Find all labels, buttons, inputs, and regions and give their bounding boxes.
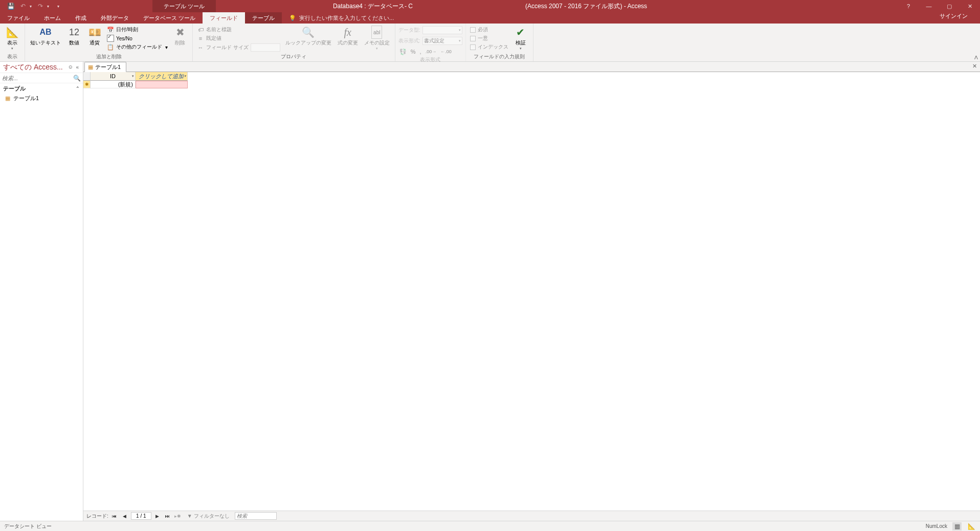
nav-group-tables[interactable]: テーブル ⌃ bbox=[0, 83, 83, 94]
validation-button[interactable]: ✔ 検証 ▾ bbox=[511, 25, 530, 52]
qat-customize-icon[interactable]: ▾ bbox=[57, 4, 59, 9]
document-tabs: ▦ テーブル1 ✕ bbox=[83, 62, 980, 72]
currency-button[interactable]: 💴 通貨 bbox=[85, 25, 104, 47]
design-view-button[interactable]: 📐 bbox=[967, 522, 976, 530]
modify-expression-button: fx 式の変更 bbox=[336, 25, 360, 47]
tab-create[interactable]: 作成 bbox=[68, 12, 94, 24]
field-size-input bbox=[251, 43, 280, 52]
validation-icon: ✔ bbox=[516, 26, 525, 39]
datetime-icon: 📅 bbox=[107, 26, 114, 33]
ribbon-tabs: ファイル ホーム 作成 外部データ データベース ツール フィールド テーブル … bbox=[0, 12, 980, 24]
collapse-group-icon[interactable]: ⌃ bbox=[76, 86, 80, 91]
more-fields-button[interactable]: 📋その他のフィールド▾ bbox=[106, 43, 169, 51]
yesno-icon bbox=[107, 35, 114, 42]
tab-file[interactable]: ファイル bbox=[0, 12, 37, 24]
unique-checkbox: 一意 bbox=[469, 34, 509, 42]
datetime-button[interactable]: 📅日付/時刻 bbox=[106, 26, 169, 34]
new-record-indicator-icon[interactable]: ✱ bbox=[83, 81, 91, 88]
tell-me-search[interactable]: 💡 実行したい作業を入力してください... bbox=[282, 12, 394, 24]
redo-icon[interactable]: ↷ bbox=[37, 3, 44, 10]
close-button[interactable]: ✕ bbox=[960, 0, 980, 12]
column-dropdown-icon[interactable]: ▾ bbox=[184, 74, 186, 78]
save-icon[interactable]: 💾 bbox=[7, 3, 14, 10]
tab-table[interactable]: テーブル bbox=[245, 12, 282, 24]
close-document-icon[interactable]: ✕ bbox=[972, 63, 977, 70]
undo-icon[interactable]: ↶ bbox=[19, 3, 27, 10]
redo-dropdown-icon[interactable]: ▾ bbox=[47, 4, 49, 9]
cell-id-new[interactable]: (新規) bbox=[91, 81, 136, 88]
decrease-decimals-icon: ←.00 bbox=[440, 49, 452, 54]
fx-icon: fx bbox=[344, 26, 351, 39]
format-label: 表示形式: bbox=[398, 37, 420, 44]
table-row[interactable]: ✱ (新規) bbox=[83, 81, 980, 88]
column-header-id[interactable]: ID ▾ bbox=[91, 72, 136, 81]
collapse-ribbon-icon[interactable]: ᐱ bbox=[974, 55, 978, 60]
document-tab-table1[interactable]: ▦ テーブル1 bbox=[84, 62, 126, 72]
cell-add-new[interactable] bbox=[136, 81, 188, 88]
help-button[interactable]: ? bbox=[898, 0, 919, 12]
datasheet-view-button[interactable]: ▦ bbox=[952, 522, 962, 530]
number-button[interactable]: 12 数値 bbox=[65, 25, 83, 47]
nav-search-input[interactable] bbox=[2, 75, 73, 81]
numlock-indicator: NumLock bbox=[926, 523, 947, 529]
content-area: ▦ テーブル1 ✕ ID ▾ クリックして追加 ▾ ✱ (新規) bbox=[83, 62, 980, 521]
indexed-checkbox: インデックス bbox=[469, 43, 509, 51]
group-view: 📐 表示 ▾ 表示 bbox=[0, 24, 25, 61]
chevron-down-icon: ▾ bbox=[11, 47, 13, 51]
tell-me-placeholder: 実行したい作業を入力してください... bbox=[299, 14, 394, 22]
grid-header-row: ID ▾ クリックして追加 ▾ bbox=[83, 72, 980, 81]
maximize-button[interactable]: ▢ bbox=[939, 0, 960, 12]
field-size-icon: ↔ bbox=[197, 44, 204, 51]
nav-search[interactable]: 🔍 bbox=[0, 73, 83, 83]
datatype-label: データ型: bbox=[398, 27, 420, 34]
collapse-nav-icon[interactable]: « bbox=[75, 64, 80, 70]
yesno-button[interactable]: Yes/No bbox=[106, 34, 169, 42]
select-all-cell[interactable] bbox=[83, 72, 91, 81]
checkbox-icon bbox=[470, 36, 476, 41]
record-position-input[interactable] bbox=[131, 512, 151, 520]
short-text-icon: AB bbox=[39, 26, 51, 39]
window-title: Database4 : データベース- C (Access 2007 - 201… bbox=[333, 2, 647, 11]
lookup-icon: 🔍 bbox=[302, 26, 315, 39]
contextual-tab-label: テーブル ツール bbox=[152, 0, 216, 12]
next-record-button[interactable]: ▶ bbox=[153, 512, 162, 520]
last-record-button[interactable]: ⏭ bbox=[164, 512, 172, 520]
modify-lookups-button: 🔍 ルックアップの変更 bbox=[283, 25, 333, 47]
sign-in-link[interactable]: サインイン bbox=[932, 12, 975, 20]
nav-item-table1[interactable]: ▦ テーブル1 bbox=[0, 94, 83, 103]
first-record-button[interactable]: ⏮ bbox=[110, 512, 119, 520]
tab-database-tools[interactable]: データベース ツール bbox=[136, 12, 203, 24]
workspace: すべての Access... ⊙ « 🔍 テーブル ⌃ ▦ テーブル1 ▦ テー… bbox=[0, 62, 980, 521]
required-checkbox: 必須 bbox=[469, 26, 509, 34]
record-search-input[interactable] bbox=[235, 512, 277, 520]
increase-decimals-icon: .00→ bbox=[426, 49, 437, 54]
tab-external-data[interactable]: 外部データ bbox=[94, 12, 136, 24]
short-text-button[interactable]: AB 短いテキスト bbox=[28, 25, 63, 47]
prev-record-button[interactable]: ◀ bbox=[121, 512, 129, 520]
datasheet[interactable]: ID ▾ クリックして追加 ▾ ✱ (新規) bbox=[83, 72, 980, 511]
no-filter-indicator[interactable]: ▼フィルターなし bbox=[184, 513, 233, 520]
minimize-button[interactable]: ― bbox=[919, 0, 939, 12]
search-icon[interactable]: 🔍 bbox=[73, 75, 81, 82]
name-caption-button: 🏷名前と標題 bbox=[196, 26, 281, 34]
group-field-validation: 必須 一意 インデックス ✔ 検証 ▾ フィールドの入力規則 bbox=[466, 24, 533, 61]
undo-dropdown-icon[interactable]: ▾ bbox=[30, 4, 32, 9]
tab-fields[interactable]: フィールド bbox=[203, 12, 245, 24]
default-value-button: ≡既定値 bbox=[196, 34, 281, 42]
lightbulb-icon: 💡 bbox=[289, 15, 296, 21]
nav-pane-header[interactable]: すべての Access... ⊙ « bbox=[0, 62, 83, 73]
checkbox-icon bbox=[470, 44, 476, 50]
comma-format-icon: , bbox=[420, 49, 421, 55]
tab-home[interactable]: ホーム bbox=[37, 12, 68, 24]
column-dropdown-icon[interactable]: ▾ bbox=[132, 74, 134, 78]
quick-access-toolbar: 💾 ↶ ▾ ↷ ▾ ▾ bbox=[0, 3, 59, 10]
group-formatting: データ型:▾ 表示形式:書式設定▾ 💱 % , .00→ ←.00 表示形式 bbox=[395, 24, 466, 61]
filter-icon: ▼ bbox=[187, 513, 192, 519]
ribbon: 📐 表示 ▾ 表示 AB 短いテキスト 12 数値 💴 通貨 📅日付/時刻 bbox=[0, 24, 980, 62]
view-button[interactable]: 📐 表示 ▾ bbox=[3, 25, 21, 52]
column-header-add[interactable]: クリックして追加 ▾ bbox=[136, 72, 188, 81]
file-format-title: (Access 2007 - 2016 ファイル形式) - Access bbox=[525, 2, 647, 11]
more-fields-icon: 📋 bbox=[107, 43, 114, 51]
chevron-down-icon[interactable]: ⊙ bbox=[69, 64, 73, 70]
group-properties: 🏷名前と標題 ≡既定値 ↔フィールド サイズ 🔍 ルックアップの変更 fx 式の… bbox=[193, 24, 395, 61]
